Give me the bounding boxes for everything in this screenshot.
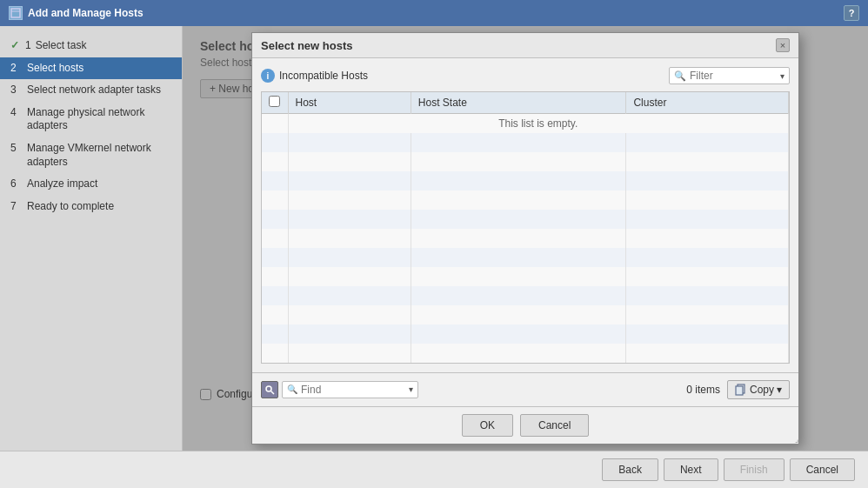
sidebar-item-step1[interactable]: ✓ 1 Select task [0, 35, 182, 57]
table-row [262, 171, 789, 191]
incompatible-info-icon: i [261, 69, 275, 83]
step6-label: Analyze impact [27, 177, 97, 191]
table-row [262, 305, 789, 324]
find-dropdown-icon[interactable]: ▾ [409, 384, 413, 394]
svg-rect-0 [11, 9, 20, 17]
col-cluster: Cluster [626, 92, 789, 114]
step7-num: 7 [10, 200, 23, 214]
info-bar: i Incompatible Hosts 🔍 ▾ [261, 67, 790, 84]
table-header-row: Host Host State Cluster [262, 92, 789, 114]
table-row [262, 248, 789, 267]
filter-search-icon: 🔍 [674, 70, 686, 82]
find-area: 🔍 ▾ [261, 381, 418, 398]
step4-label: Manage physical network adapters [27, 106, 171, 133]
svg-line-3 [271, 391, 275, 394]
sidebar: ✓ 1 Select task 2 Select hosts 3 Select … [0, 26, 183, 451]
sidebar-item-step3[interactable]: 3 Select network adapter tasks [0, 79, 182, 102]
step5-num: 5 [10, 142, 23, 156]
step1-num: 1 [25, 39, 31, 53]
table-row [262, 229, 789, 248]
main-window: Add and Manage Hosts ? ✓ 1 Select task 2… [0, 0, 868, 488]
table-row [262, 267, 789, 286]
filter-box[interactable]: 🔍 ▾ [669, 67, 790, 84]
bottom-bar: Back Next Finish Cancel [0, 451, 868, 488]
select-all-checkbox[interactable] [269, 96, 280, 107]
table-row [262, 133, 789, 152]
finish-button[interactable]: Finish [724, 458, 785, 481]
hosts-table-container: Host Host State Cluster This list is emp… [261, 91, 790, 364]
table-body: This list is empty. [262, 114, 789, 363]
sidebar-item-step7[interactable]: 7 Ready to complete [0, 196, 182, 218]
sidebar-item-step4[interactable]: 4 Manage physical network adapters [0, 102, 182, 137]
table-row [262, 210, 789, 229]
step3-label: Select network adapter tasks [27, 84, 161, 97]
help-button[interactable]: ? [844, 5, 859, 21]
bottom-buttons: Back Next Finish Cancel [602, 458, 855, 481]
cancel-button[interactable]: Cancel [790, 458, 855, 481]
empty-message: This list is empty. [288, 114, 789, 133]
step7-label: Ready to complete [27, 200, 114, 214]
items-count: 0 items [686, 384, 720, 396]
modal-footer: 🔍 ▾ 0 items [252, 372, 798, 406]
filter-input[interactable] [690, 70, 777, 82]
col-host-state: Host State [411, 92, 626, 114]
modal-cancel-button[interactable]: Cancel [520, 414, 589, 437]
step4-num: 4 [10, 106, 23, 120]
step2-label: Select hosts [27, 62, 83, 76]
table-row [262, 344, 789, 363]
find-search-icon: 🔍 [287, 384, 297, 394]
main-content: Select hosts Select hosts to add to this… [183, 26, 868, 451]
find-input[interactable] [301, 384, 405, 396]
checkmark-icon: ✓ [10, 39, 19, 53]
title-bar: Add and Manage Hosts ? [0, 0, 868, 26]
next-button[interactable]: Next [664, 458, 718, 481]
modal-title-bar: Select new hosts × [252, 33, 798, 58]
sidebar-item-step6[interactable]: 6 Analyze impact [0, 173, 182, 196]
table-row [262, 324, 789, 344]
find-input-wrap[interactable]: 🔍 ▾ [282, 381, 418, 398]
filter-dropdown-icon[interactable]: ▾ [780, 71, 785, 81]
step2-num: 2 [10, 62, 23, 76]
window-body: ✓ 1 Select task 2 Select hosts 3 Select … [0, 26, 868, 451]
step5-label: Manage VMkernel network adapters [27, 142, 171, 169]
svg-point-2 [266, 386, 271, 391]
table-row [262, 152, 789, 171]
ok-button[interactable]: OK [462, 414, 513, 437]
sidebar-item-step5[interactable]: 5 Manage VMkernel network adapters [0, 137, 182, 173]
col-checkbox [262, 92, 288, 114]
step6-num: 6 [10, 177, 23, 191]
modal-ok-cancel: OK Cancel [252, 406, 798, 444]
resize-handle[interactable]: ⌟ [790, 435, 798, 444]
col-host: Host [288, 92, 411, 114]
copy-icon [735, 384, 747, 396]
window-title: Add and Manage Hosts [28, 7, 144, 19]
table-empty-row: This list is empty. [262, 114, 789, 133]
sidebar-item-step2[interactable]: 2 Select hosts [0, 57, 182, 80]
step1-label: Select task [36, 39, 87, 53]
find-icon [261, 381, 278, 398]
table-row [262, 286, 789, 305]
svg-rect-5 [736, 386, 743, 395]
hosts-table: Host Host State Cluster This list is emp… [262, 92, 789, 363]
copy-dropdown-icon: ▾ [777, 384, 782, 396]
modal-overlay: Select new hosts × i Incompatible Hosts [183, 26, 868, 451]
back-button[interactable]: Back [602, 458, 658, 481]
window-icon [9, 6, 23, 20]
copy-button[interactable]: Copy ▾ [727, 380, 790, 399]
step3-num: 3 [10, 84, 23, 97]
copy-label: Copy [750, 384, 774, 396]
modal-close-button[interactable]: × [776, 38, 790, 52]
modal-body: i Incompatible Hosts 🔍 ▾ [252, 58, 798, 372]
select-new-hosts-dialog: Select new hosts × i Incompatible Hosts [251, 32, 799, 445]
modal-title: Select new hosts [261, 39, 352, 52]
incompatible-label: Incompatible Hosts [279, 70, 368, 82]
table-row [262, 191, 789, 210]
